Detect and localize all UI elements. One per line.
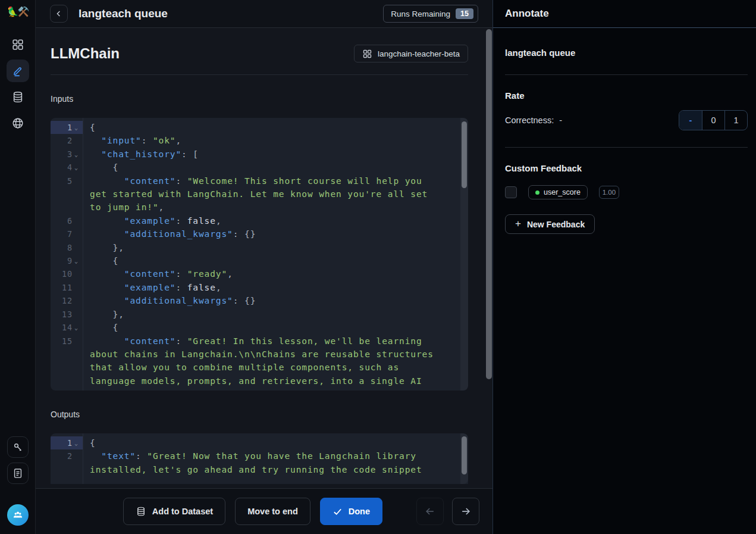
code-text: "content": "Great! In this lesson, we'll…: [83, 335, 443, 388]
line-number-gutter: 11: [51, 281, 83, 294]
code-text: "additional_kwargs": {}: [83, 294, 443, 307]
rating-option-1[interactable]: 1: [724, 111, 747, 130]
document-icon: [12, 467, 24, 479]
line-number-gutter: 13: [51, 308, 83, 321]
new-feedback-button[interactable]: + New Feedback: [505, 214, 595, 234]
outputs-code-lines: 1⌄{2 "text": "Great! Now that you have t…: [51, 436, 468, 476]
sidebar-item-hub[interactable]: [7, 112, 29, 135]
action-bar: Add to Dataset Move to end Done: [36, 488, 493, 534]
inputs-scrollbar-thumb[interactable]: [462, 121, 467, 188]
line-number: 1: [67, 121, 73, 134]
left-sidebar: 🦜⚒️: [0, 0, 36, 534]
sidebar-item-datasets[interactable]: [7, 86, 29, 108]
add-to-dataset-label: Add to Dataset: [152, 507, 213, 516]
done-label: Done: [349, 507, 370, 516]
code-line: 2 "text": "Great! Now that you have the …: [51, 449, 468, 476]
runs-remaining-label: Runs Remaining: [391, 10, 450, 18]
feedback-value-input[interactable]: 1.00: [599, 186, 619, 199]
code-text: {: [83, 254, 443, 267]
langsmith-logo-icon: 🦜⚒️: [7, 7, 29, 17]
inputs-code-editor[interactable]: 1⌄{2 "input": "ok",3⌄ "chat_history": [4…: [51, 118, 468, 391]
code-line: 1⌄{: [51, 436, 468, 449]
feedback-list: user_score1.00: [505, 185, 748, 199]
feedback-checkbox[interactable]: [505, 186, 517, 198]
annotate-title: Annotate: [493, 0, 756, 28]
correctness-row: Correctness: - -01: [505, 110, 748, 130]
line-number: 7: [67, 227, 73, 241]
fold-chevron-icon[interactable]: ⌄: [74, 161, 80, 174]
main-scrollbar-thumb[interactable]: [486, 29, 492, 379]
line-number-gutter: 12: [51, 294, 83, 307]
docs-button[interactable]: [7, 463, 29, 484]
feedback-key-chip[interactable]: user_score: [528, 185, 588, 199]
project-badge[interactable]: langchain-teacher-beta: [354, 45, 468, 63]
chevron-left-icon: [54, 9, 64, 18]
code-text: "example": false,: [83, 281, 443, 294]
code-text: {: [83, 161, 443, 174]
done-button[interactable]: Done: [320, 498, 382, 525]
app-root: 🦜⚒️: [0, 0, 756, 534]
rate-heading: Rate: [505, 90, 748, 101]
code-line: 1⌄{: [51, 121, 468, 134]
line-number: 10: [62, 267, 73, 280]
code-line: 14⌄ {: [51, 321, 468, 334]
code-text: "text": "Great! Now that you have the La…: [83, 449, 443, 476]
next-run-button[interactable]: [452, 498, 479, 525]
code-line: 15 "content": "Great! In this lesson, we…: [51, 335, 468, 388]
code-line: 7 "additional_kwargs": {}: [51, 227, 468, 241]
main-panel: langteach queue Runs Remaining 15 LLMCha…: [36, 0, 493, 534]
database-icon: [11, 90, 24, 104]
rating-option-0[interactable]: 0: [702, 111, 724, 130]
line-number: 11: [62, 281, 73, 294]
sidebar-item-projects[interactable]: [7, 33, 29, 56]
add-to-dataset-button[interactable]: Add to Dataset: [123, 498, 225, 525]
runs-remaining-count: 15: [456, 8, 473, 19]
line-number-gutter: 9⌄: [51, 254, 83, 267]
inputs-code-lines: 1⌄{2 "input": "ok",3⌄ "chat_history": [4…: [51, 121, 468, 388]
fold-chevron-icon[interactable]: ⌄: [74, 321, 80, 335]
code-text: "content": "ready",: [83, 267, 443, 280]
check-icon: [332, 507, 343, 517]
code-text: {: [83, 436, 443, 449]
fold-chevron-icon[interactable]: ⌄: [74, 148, 80, 161]
user-avatar[interactable]: [7, 504, 29, 526]
plus-icon: +: [515, 218, 521, 230]
line-number-gutter: 8: [51, 241, 83, 254]
code-line: 4⌄ {: [51, 161, 468, 174]
rating-option-none[interactable]: -: [679, 111, 702, 130]
queue-name: langteach queue: [505, 48, 748, 58]
line-number-gutter: 14⌄: [51, 321, 83, 334]
code-text: "chat_history": [: [83, 148, 443, 161]
runs-remaining-chip: Runs Remaining 15: [383, 5, 478, 23]
outputs-code-editor[interactable]: 1⌄{2 "text": "Great! Now that you have t…: [51, 433, 468, 484]
fold-chevron-icon[interactable]: ⌄: [74, 255, 80, 268]
move-to-end-button[interactable]: Move to end: [235, 498, 310, 525]
correctness-value: -: [559, 115, 562, 125]
new-feedback-label: New Feedback: [527, 220, 585, 229]
fold-chevron-icon[interactable]: ⌄: [74, 437, 80, 450]
feedback-row: user_score1.00: [505, 185, 748, 199]
code-line: 2 "input": "ok",: [51, 134, 468, 147]
code-text: "additional_kwargs": {}: [83, 227, 443, 241]
sidebar-bottom: [7, 436, 29, 526]
code-text: {: [83, 121, 443, 134]
api-keys-button[interactable]: [7, 436, 29, 458]
line-number-gutter: 5: [51, 174, 83, 188]
code-text: "example": false,: [83, 214, 443, 227]
move-to-end-label: Move to end: [247, 507, 298, 516]
previous-run-button[interactable]: [416, 498, 444, 525]
back-button[interactable]: [50, 5, 68, 23]
code-line: 11 "example": false,: [51, 281, 468, 294]
pencil-icon: [11, 64, 24, 77]
fold-chevron-icon[interactable]: ⌄: [74, 121, 80, 135]
correctness-label: Correctness:: [505, 115, 554, 125]
code-line: 5 "content": "Welcome! This short course…: [51, 174, 468, 214]
sidebar-item-annotation-queues[interactable]: [7, 60, 29, 82]
run-detail: LLMChain langchain-teacher-beta Inputs 1…: [36, 28, 493, 488]
code-text: {: [83, 321, 443, 334]
line-number: 14: [62, 321, 73, 334]
feedback-key-label: user_score: [544, 188, 581, 196]
line-number: 5: [67, 174, 73, 188]
code-line: 8 },: [51, 241, 468, 254]
outputs-scrollbar-thumb[interactable]: [462, 436, 467, 474]
